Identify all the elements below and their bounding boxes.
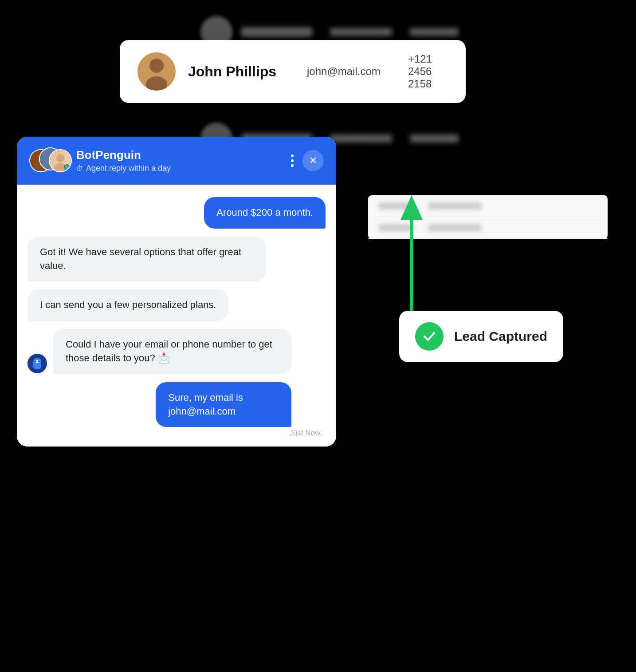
- message-bubble-bot: Got it! We have several options that off…: [27, 237, 266, 282]
- blurred-phone-bottom: [410, 134, 459, 142]
- bot-status: ⏱ Agent reply within a day: [76, 164, 282, 173]
- blurred-phone-top: [410, 28, 459, 36]
- message-user-2: Sure, my email is john@mail.com Just Now…: [27, 382, 326, 438]
- lead-captured-label: Lead Captured: [454, 329, 547, 344]
- message-bot-3: Could I have your email or phone number …: [27, 329, 326, 374]
- chat-header-avatars: [29, 147, 69, 174]
- active-contact-card: John Phillips john@mail.com +121 2456 21…: [120, 40, 466, 103]
- chat-messages: Around $200 a month. Got it! We have sev…: [17, 185, 336, 447]
- chat-avatar-3: [49, 149, 72, 172]
- checkmark-icon: [421, 328, 437, 344]
- contact-avatar: [137, 52, 176, 91]
- more-options-button[interactable]: [289, 153, 295, 169]
- svg-point-7: [56, 154, 64, 162]
- message-bot-2: I can send you a few personalized plans.: [27, 289, 326, 321]
- message-bubble-user: Sure, my email is john@mail.com: [156, 382, 291, 427]
- blurred-name-top: [241, 27, 312, 37]
- message-bubble-user: Around $200 a month.: [204, 197, 326, 229]
- contact-email: john@mail.com: [307, 65, 396, 78]
- svg-point-10: [38, 360, 39, 362]
- bot-name: BotPenguin: [76, 148, 282, 162]
- contact-name: John Phillips: [188, 63, 294, 80]
- svg-point-1: [149, 59, 164, 73]
- lead-check-circle: [415, 322, 444, 351]
- bot-icon: [27, 354, 47, 373]
- message-timestamp: Just Now.: [156, 429, 326, 438]
- contact-phone: +121 2456 2158: [408, 53, 448, 90]
- message-bot-1: Got it! We have several options that off…: [27, 237, 326, 282]
- message-bubble-bot: Could I have your email or phone number …: [53, 329, 292, 374]
- chat-widget: BotPenguin ⏱ Agent reply within a day ✕ …: [17, 137, 336, 447]
- message-user-1: Around $200 a month.: [27, 197, 326, 229]
- clock-icon: ⏱: [76, 165, 83, 173]
- svg-marker-12: [400, 195, 423, 220]
- chat-header-info: BotPenguin ⏱ Agent reply within a day: [76, 148, 282, 173]
- message-bubble-bot: I can send you a few personalized plans.: [27, 289, 228, 321]
- chat-header-actions[interactable]: ✕: [289, 150, 324, 171]
- online-status-dot: [64, 164, 70, 170]
- svg-point-9: [35, 360, 37, 362]
- blurred-email-bottom: [330, 134, 392, 142]
- close-chat-button[interactable]: ✕: [302, 150, 324, 171]
- chat-header: BotPenguin ⏱ Agent reply within a day ✕: [17, 137, 336, 185]
- lead-captured-badge: Lead Captured: [399, 311, 563, 362]
- blurred-email-top: [330, 28, 392, 36]
